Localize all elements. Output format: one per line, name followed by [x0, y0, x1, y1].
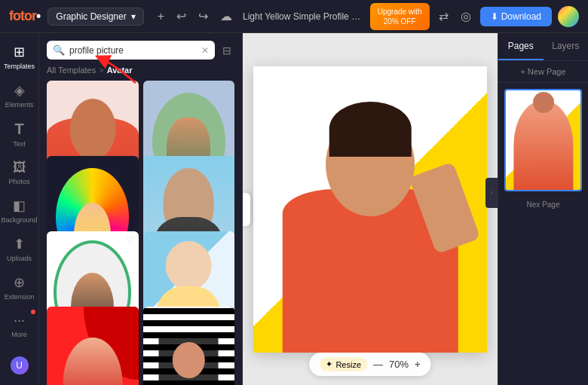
filter-icon[interactable]: ⊟ [219, 41, 234, 60]
breadcrumb-separator: > [99, 66, 103, 75]
uploads-icon: ⬆ [14, 236, 25, 252]
canvas-document[interactable] [253, 66, 487, 353]
panel-collapse-button[interactable]: ‹ [243, 193, 250, 226]
right-panel-collapse-button[interactable]: › [485, 178, 498, 208]
topbar-right: Upgrade with 20% OFF ⇄ ◎ ⬇ Download [370, 3, 579, 30]
logo: fotor• [9, 8, 40, 24]
main-layout: ⊞ Templates ◈ Elements T Text 🖼 Photos ◧… [0, 33, 588, 385]
canvas-person-figure [253, 81, 487, 353]
thumb-person-head [533, 92, 554, 113]
download-button[interactable]: ⬇ Download [480, 7, 552, 26]
tab-pages[interactable]: Pages [498, 33, 544, 60]
sidebar-item-elements[interactable]: ◈ Elements [2, 78, 37, 113]
text-icon: T [14, 121, 23, 138]
templates-icon: ⊞ [14, 44, 25, 60]
chevron-down-icon: ▾ [131, 11, 136, 22]
topbar: fotor• Graphic Designer ▾ + ↩ ↪ ☁ Light … [0, 0, 588, 33]
document-title: Light Yellow Simple Profile Pict... [243, 11, 363, 22]
next-page-label: Nex Page [498, 197, 588, 212]
tab-layers[interactable]: Layers [544, 33, 589, 60]
download-icon: ⬇ [491, 11, 498, 22]
thumb-person-body [513, 100, 573, 190]
search-input[interactable] [69, 45, 197, 56]
zoom-level[interactable]: 70% [389, 359, 409, 370]
zoom-out-button[interactable]: — [373, 359, 383, 370]
more-icon: ··· [14, 313, 25, 328]
sidebar-item-user-profile[interactable]: U [2, 352, 37, 379]
preview-icon[interactable]: ◎ [458, 6, 474, 26]
undo-icon[interactable]: ↩ [173, 6, 189, 26]
logo-dot: • [36, 8, 40, 23]
new-page-button[interactable]: + New Page [498, 61, 588, 83]
sidebar-item-extension[interactable]: ⊕ Extension [2, 270, 37, 305]
canvas-bottom-bar: ✦ Resize — 70% + [309, 353, 430, 376]
right-panel-tabs: Pages Layers [498, 33, 588, 61]
photos-icon: 🖼 [13, 160, 26, 176]
search-bar: 🔍 ✕ ⊟ [39, 33, 242, 66]
breadcrumb-current: Avatar [107, 66, 133, 75]
breadcrumb: All Templates > Avatar [39, 66, 242, 81]
templates-grid: ♡ ♡ [39, 81, 242, 385]
topbar-actions: + ↩ ↪ ☁ [155, 6, 235, 26]
canvas-area: ‹ ✦ Res [243, 33, 498, 385]
zoom-controls: — 70% + [373, 359, 421, 370]
sidebar-item-templates[interactable]: ⊞ Templates [2, 39, 37, 75]
templates-panel: 🔍 ✕ ⊟ All Templates > Avatar [39, 33, 243, 385]
sidebar-icons: ⊞ Templates ◈ Elements T Text 🖼 Photos ◧… [0, 33, 39, 385]
background-icon: ◧ [13, 197, 26, 214]
sidebar-item-text[interactable]: T Text [2, 116, 37, 152]
template-item[interactable] [47, 307, 139, 385]
search-input-wrap: 🔍 ✕ [47, 41, 215, 60]
sidebar-item-photos[interactable]: 🖼 Photos [2, 155, 37, 190]
elements-icon: ◈ [14, 82, 25, 99]
notification-dot [31, 310, 35, 314]
heart-icon: ♡ [127, 235, 135, 246]
resize-icon: ✦ [326, 359, 332, 369]
app-selector[interactable]: Graphic Designer ▾ [47, 8, 143, 26]
sidebar-item-uploads[interactable]: ⬆ Uploads [2, 231, 37, 267]
page-thumbnail[interactable] [504, 89, 582, 191]
app-selector-label: Graphic Designer [56, 11, 126, 22]
sidebar-item-more[interactable]: ··· More [2, 308, 37, 343]
extension-icon: ⊕ [14, 274, 25, 291]
upgrade-button[interactable]: Upgrade with 20% OFF [370, 3, 430, 30]
sidebar-item-background[interactable]: ◧ Background [2, 193, 37, 228]
breadcrumb-all-templates[interactable]: All Templates [47, 66, 96, 75]
add-page-icon[interactable]: + [155, 7, 167, 26]
sidebar-user-avatar: U [11, 356, 29, 374]
user-avatar[interactable] [558, 6, 579, 27]
page-thumb-inner [506, 90, 580, 190]
share-icon[interactable]: ⇄ [436, 6, 452, 26]
zoom-in-button[interactable]: + [415, 359, 421, 370]
redo-icon[interactable]: ↪ [195, 6, 211, 26]
clear-search-icon[interactable]: ✕ [201, 45, 209, 56]
cloud-save-icon[interactable]: ☁ [217, 6, 235, 26]
template-item[interactable] [143, 307, 235, 385]
right-panel: Pages Layers + New Page Nex Page › [498, 33, 588, 385]
resize-badge[interactable]: ✦ Resize [320, 357, 367, 371]
search-icon: 🔍 [53, 44, 65, 56]
